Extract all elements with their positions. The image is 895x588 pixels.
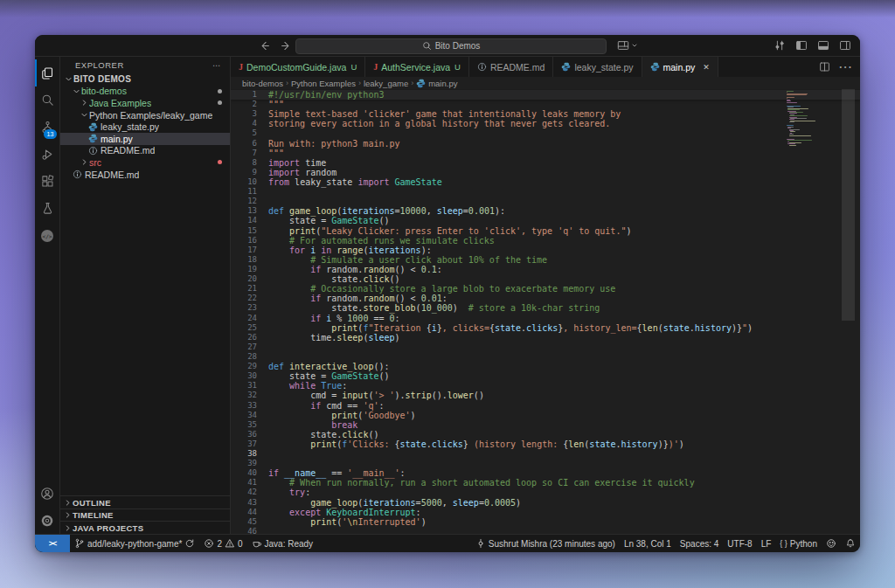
tree-item-src[interactable]: src: [60, 156, 230, 169]
source-control-icon[interactable]: 13: [35, 114, 59, 141]
section-outline[interactable]: OUTLINE: [60, 495, 230, 508]
branch-item[interactable]: add/leaky-python-game*: [70, 535, 199, 552]
bito-chat-icon[interactable]: </>: [35, 222, 59, 249]
split-editor-icon[interactable]: [819, 61, 830, 73]
code-line[interactable]: 38: [231, 449, 860, 459]
code-line[interactable]: 18 # Simulate a user click about 10% of …: [231, 255, 860, 265]
code-line[interactable]: 22 if random.random() < 0.01:: [231, 294, 860, 303]
code-line[interactable]: 16 # For automated runs we simulate clic…: [231, 236, 860, 246]
code-line[interactable]: 15 print("Leaky Clicker: press Enter to …: [231, 226, 860, 236]
forward-icon[interactable]: [281, 40, 292, 52]
editor-scrollbar[interactable]: [842, 89, 855, 321]
command-center-search[interactable]: Bito Demos: [295, 38, 607, 54]
cursor-position[interactable]: Ln 38, Col 1: [620, 535, 676, 552]
code-line[interactable]: 7""": [231, 149, 860, 158]
close-icon[interactable]: ✕: [703, 63, 710, 72]
code-line[interactable]: 42 try:: [231, 488, 860, 497]
toggle-panel-icon[interactable]: [817, 39, 829, 52]
feedback[interactable]: [822, 535, 841, 552]
remote-indicator[interactable]: ><: [35, 535, 70, 552]
indentation[interactable]: Spaces: 4: [676, 535, 723, 552]
code-line[interactable]: 20 state.click(): [231, 274, 860, 284]
tree-item-readme-md[interactable]: README.md: [60, 145, 230, 157]
code-line[interactable]: 43 game_loop(iterations=5000, sleep=0.00…: [231, 498, 860, 508]
tab-main-py[interactable]: main.py✕: [642, 57, 718, 77]
tree-item-readme-md[interactable]: README.md: [60, 169, 230, 181]
explorer-icon[interactable]: [35, 59, 59, 86]
code-line[interactable]: 6Run with: python3 main.py: [231, 139, 860, 149]
sidebar-more-icon[interactable]: ⋯: [212, 60, 221, 70]
code-line[interactable]: 3Simple text-based 'clicker' game that i…: [231, 109, 860, 119]
code-line[interactable]: 14 state = GameState(): [231, 216, 860, 225]
run-task-dropdown-icon[interactable]: [617, 39, 629, 52]
code-line[interactable]: 37 print(f'Clicks: {state.clicks} (histo…: [231, 439, 860, 449]
notifications[interactable]: [841, 535, 860, 552]
minimap[interactable]: [787, 91, 820, 148]
code-line[interactable]: 46: [231, 527, 860, 534]
code-line[interactable]: 24 if i % 1000 == 0:: [231, 314, 860, 323]
tree-item-bito-demos[interactable]: BITO DEMOS: [60, 73, 230, 86]
section-java-projects[interactable]: JAVA PROJECTS: [60, 521, 230, 534]
tree-item-java-examples[interactable]: Java Examples: [60, 97, 230, 109]
code-line[interactable]: 30 state = GameState(): [231, 371, 860, 381]
code-line[interactable]: 41 # When run normally, run a short auto…: [231, 478, 860, 488]
back-icon[interactable]: [259, 40, 270, 52]
code-line[interactable]: 8import time: [231, 158, 860, 168]
code-line[interactable]: 40if __name__ == '__main__':: [231, 468, 860, 478]
problems-item[interactable]: 20: [199, 535, 246, 552]
tab-leaky-state-py[interactable]: leaky_state.py: [553, 57, 642, 77]
code-line[interactable]: 2""": [231, 100, 860, 109]
code-line[interactable]: 32 cmd = input('> ').strip().lower(): [231, 391, 860, 400]
code-line[interactable]: 4storing every action in a global histor…: [231, 119, 860, 128]
code-line[interactable]: 23 state.store_blob(10_000) # store a 10…: [231, 303, 860, 313]
java-status[interactable]: Java: Ready: [247, 535, 318, 552]
blame-item[interactable]: Sushrut Mishra (23 minutes ago): [471, 535, 620, 552]
settings-icon[interactable]: [35, 507, 59, 534]
code-line[interactable]: 35 break: [231, 420, 860, 430]
code-line[interactable]: 39: [231, 459, 860, 468]
code-line[interactable]: 36 state.click(): [231, 430, 860, 439]
search-icon[interactable]: [35, 86, 59, 114]
code-line[interactable]: 25 print(f"Iteration {i}, clicks={state.…: [231, 323, 860, 333]
code-line[interactable]: 5: [231, 128, 860, 138]
code-line[interactable]: 31 while True:: [231, 381, 860, 391]
code-line[interactable]: 45 print('\nInterrupted'): [231, 517, 860, 527]
code-line[interactable]: 29def interactive_loop():: [231, 362, 860, 371]
code-line[interactable]: 11: [231, 187, 860, 197]
code-line[interactable]: 21 # Occasionally store a large blob to …: [231, 284, 860, 294]
code-line[interactable]: 13def game_loop(iterations=10000, sleep=…: [231, 206, 860, 216]
code-line[interactable]: 44 except KeyboardInterrupt:: [231, 508, 860, 517]
code-line[interactable]: 28: [231, 352, 860, 362]
testing-icon[interactable]: [35, 195, 59, 222]
tree-item-leaky-state-py[interactable]: leaky_state.py: [60, 121, 230, 133]
customize-layout-icon[interactable]: [774, 39, 786, 52]
accounts-icon[interactable]: [35, 480, 59, 507]
code-line[interactable]: 17 for i in range(iterations):: [231, 246, 860, 255]
language-mode[interactable]: { }Python: [775, 535, 822, 552]
breadcrumb-item[interactable]: leaky_game: [364, 79, 408, 88]
toggle-sidebar-icon[interactable]: [795, 39, 808, 52]
code-line[interactable]: 33 if cmd == 'q':: [231, 401, 860, 411]
toggle-secondary-sidebar-icon[interactable]: [839, 39, 851, 52]
tab-democustomguide-java[interactable]: JDemoCustomGuide.javaU: [231, 57, 365, 77]
run-and-debug-icon[interactable]: [35, 141, 59, 168]
code-line[interactable]: 27: [231, 342, 860, 352]
encoding[interactable]: UTF-8: [723, 535, 756, 552]
tab-authservice-java[interactable]: JAuthService.javaU: [365, 57, 469, 77]
extensions-icon[interactable]: [35, 168, 59, 195]
code-line[interactable]: 12: [231, 197, 860, 206]
tree-item-bito-demos[interactable]: bito-demos: [60, 86, 230, 98]
breadcrumb-item[interactable]: main.py: [416, 79, 457, 88]
code-line[interactable]: 10from leaky_state import GameState: [231, 177, 860, 187]
tree-item-python-examples-leaky-game[interactable]: Python Examples/leaky_game: [60, 109, 230, 121]
code-line[interactable]: 1#!/usr/bin/env python3: [231, 90, 860, 100]
eol[interactable]: LF: [757, 535, 776, 552]
editor-more-actions-icon[interactable]: ⋯: [838, 59, 852, 75]
code-editor[interactable]: 1#!/usr/bin/env python32"""3Simple text-…: [231, 89, 860, 534]
code-line[interactable]: 19 if random.random() < 0.1:: [231, 265, 860, 274]
code-line[interactable]: 34 print('Goodbye'): [231, 411, 860, 420]
code-line[interactable]: 26 time.sleep(sleep): [231, 333, 860, 342]
tab-readme-md[interactable]: README.md: [469, 57, 553, 77]
breadcrumb-item[interactable]: bito-demos: [242, 79, 283, 88]
chevron-down-icon[interactable]: [631, 42, 638, 49]
